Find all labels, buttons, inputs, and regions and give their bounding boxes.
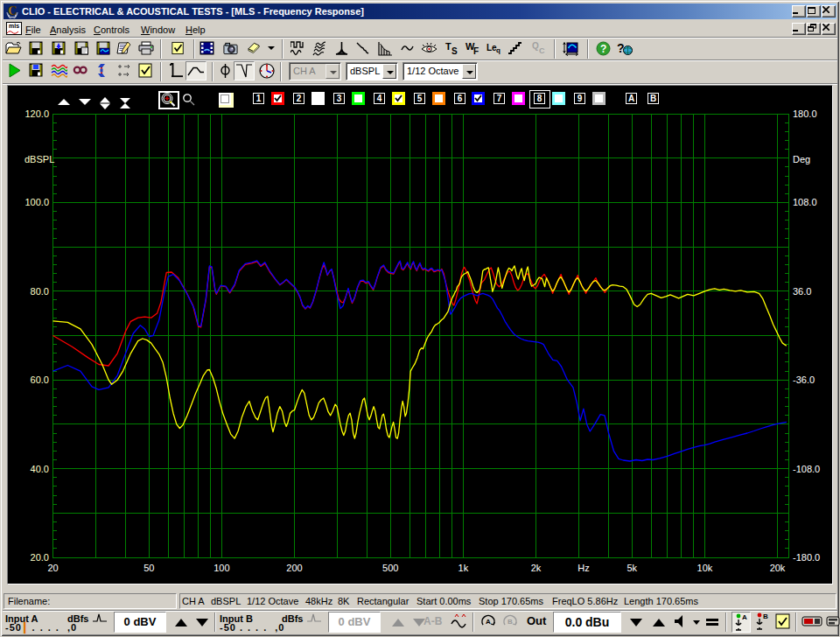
svg-text:108.0: 108.0 — [793, 197, 817, 207]
svg-text:B: B — [763, 612, 768, 620]
svg-text:A: A — [742, 613, 747, 621]
svg-text:B: B — [508, 618, 513, 626]
svg-text:C: C — [539, 46, 545, 55]
svg-text:q: q — [496, 46, 500, 54]
svg-text:180.0: 180.0 — [793, 108, 817, 119]
svg-text:?: ? — [600, 43, 606, 55]
svg-text:200: 200 — [286, 563, 302, 573]
svg-text:-36.0: -36.0 — [793, 374, 815, 385]
svg-text:5k: 5k — [626, 563, 637, 573]
svg-text:A: A — [486, 618, 491, 626]
svg-text:40.0: 40.0 — [31, 464, 49, 474]
svg-text:500: 500 — [382, 563, 398, 573]
svg-text:100.0: 100.0 — [24, 197, 49, 207]
svg-text:120.0: 120.0 — [24, 108, 49, 119]
svg-text:Hz: Hz — [578, 563, 589, 573]
svg-text:Deg: Deg — [793, 154, 810, 164]
svg-text:20: 20 — [47, 563, 58, 573]
svg-text:2k: 2k — [531, 563, 542, 573]
svg-text:36.0: 36.0 — [793, 286, 811, 297]
svg-text:20k: 20k — [770, 563, 786, 573]
svg-text:10k: 10k — [697, 563, 713, 573]
svg-text:60.0: 60.0 — [31, 374, 49, 385]
svg-text:T: T — [445, 41, 452, 52]
svg-text:S: S — [452, 46, 458, 56]
svg-text:80.0: 80.0 — [31, 286, 49, 297]
svg-text:Q: Q — [532, 41, 539, 51]
svg-text:50: 50 — [144, 563, 154, 573]
svg-text:F: F — [473, 46, 479, 56]
svg-text:-180.0: -180.0 — [793, 552, 820, 563]
svg-text:100: 100 — [214, 563, 229, 573]
svg-text:C: C — [8, 4, 17, 18]
svg-text:20.0: 20.0 — [31, 552, 49, 563]
svg-text:-108.0: -108.0 — [793, 464, 820, 474]
svg-text:?: ? — [617, 41, 625, 55]
svg-text:dBSPL: dBSPL — [24, 154, 54, 164]
svg-text:1k: 1k — [458, 563, 469, 573]
